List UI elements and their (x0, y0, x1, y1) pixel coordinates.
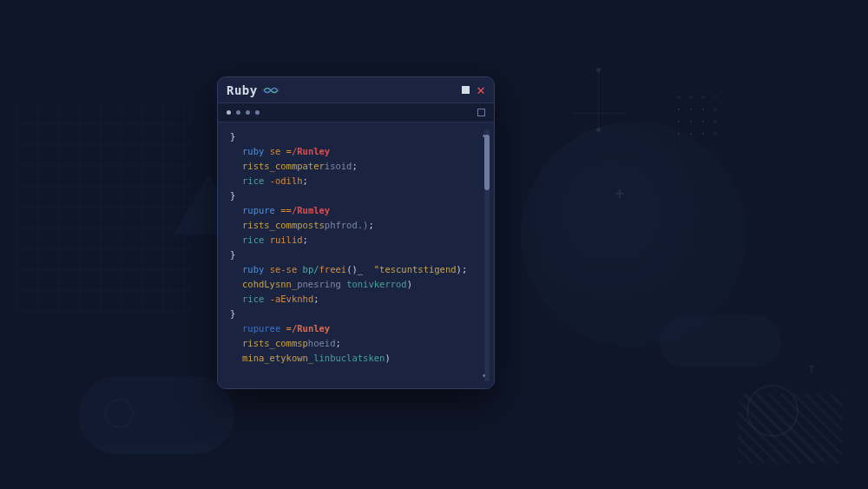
tab-dots[interactable] (227, 110, 260, 115)
code-line: rupuree =/Runley (230, 321, 489, 336)
scroll-down-icon[interactable]: ▾ (482, 368, 486, 383)
tabbar (218, 103, 494, 122)
code-line: rists_commpaterisoid; (230, 159, 489, 174)
code-line: rupure ==/Rumley (230, 203, 489, 218)
code-line: } (230, 248, 489, 262)
code-editor[interactable]: }ruby se =/Runleyrists_commpaterisoid;ri… (218, 122, 494, 388)
code-line: rists_commpostsphfrod.); (230, 218, 489, 233)
code-line: cohdLysnn_pnesring tonivkerrod) (230, 277, 489, 292)
code-line: mina_etykown_linbuclatsken) (230, 351, 489, 366)
scrollbar-thumb[interactable] (484, 135, 490, 190)
ruby-lang-icon (263, 85, 279, 96)
code-line: rice ruilid; (230, 233, 489, 248)
code-line: } (230, 307, 489, 321)
minimize-button[interactable] (462, 86, 470, 94)
code-editor-window: Ruby ✕ }ruby se =/Runleyrists_commpateri… (217, 76, 495, 389)
close-button[interactable]: ✕ (477, 83, 485, 97)
code-line: rice -aEvknhd; (230, 292, 489, 307)
code-line: } (230, 188, 489, 203)
panel-icon[interactable] (477, 109, 485, 116)
code-line: rists_commsphoeid; (230, 336, 489, 351)
code-line: ruby se-se bp/freei()_ "tescuntstigend); (230, 262, 489, 277)
code-content: }ruby se =/Runleyrists_commpaterisoid;ri… (230, 129, 489, 366)
code-line: ruby se =/Runley (230, 144, 489, 159)
window-title: Ruby (227, 83, 258, 97)
scrollbar[interactable]: ▴ ▾ (484, 129, 490, 381)
code-line: rice -odilh; (230, 174, 489, 188)
titlebar[interactable]: Ruby ✕ (218, 77, 494, 103)
code-line: } (230, 129, 489, 144)
